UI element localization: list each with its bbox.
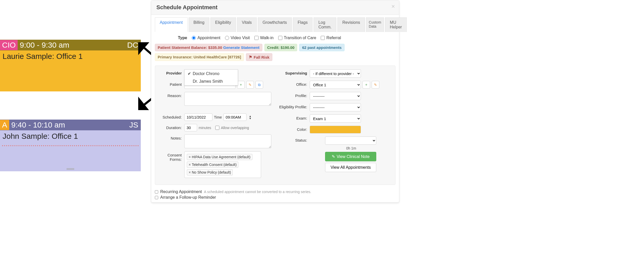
status-elapsed: 0h 1m [345,146,356,150]
appointment-header: CIO 9:00 - 9:30 am DC [0,40,141,50]
tab-custom-data[interactable]: Custom Data [366,17,384,32]
scheduled-label: Scheduled: [159,113,182,119]
provider-label: Provider [159,69,182,75]
appointment-type-row: Type Appointment Video Visit Walk-in Tra… [155,32,395,44]
tab-billing[interactable]: Billing [189,17,209,32]
status-label: Status: [279,136,307,142]
appointment-block-2[interactable]: A 9:40 - 10:10 am JS John Sample: Office… [0,120,141,171]
exam-label: Exam: [279,114,307,120]
scheduled-time-input[interactable] [223,113,246,121]
patient-info-badges: Patient Statement Balance: $335.00 Gener… [151,44,399,64]
generate-statement-link[interactable]: Generate Statement [223,45,260,50]
modal-title: Schedule Appointment [156,4,394,11]
reason-label: Reason: [159,92,182,98]
calendar-sidebar: CIO 9:00 - 9:30 am DC Laurie Sample: Off… [0,40,141,173]
appointment-body: Laurie Sample: Office 1 [0,50,141,91]
provider-option-smith[interactable]: Dr. James Smith [185,78,238,85]
tab-flags[interactable]: Flags [293,17,313,32]
followup-check[interactable] [155,196,158,199]
external-link-icon: ⧉ [258,83,261,87]
tab-log-comm[interactable]: Log Comm. [314,17,337,32]
duration-input[interactable] [184,124,197,131]
add-patient-button[interactable]: ＋ [237,81,245,89]
tab-bar: Appointment Billing Eligibility Vitals G… [151,15,399,32]
provider-dropdown: ✔Doctor Chrono Dr. James Smith [184,69,238,86]
edit-patient-button[interactable]: ✎ [246,81,254,89]
allow-overlapping-check[interactable]: Allow overlapping [215,126,249,130]
office-label: Office: [279,81,307,87]
chevron-down-icon: ▼ [249,117,252,120]
appointment-time: 9:40 - 10:10 am [9,121,129,129]
edit-office-button[interactable]: ✎ [372,81,379,89]
plus-icon: ＋ [239,82,243,87]
check-icon: ✔ [188,71,191,76]
edit-icon: ✎ [332,154,335,159]
appointment-header: A 9:40 - 10:10 am JS [0,120,141,130]
provider-option-chrono[interactable]: ✔Doctor Chrono [185,70,238,78]
tab-appointment[interactable]: Appointment [155,17,188,32]
type-appointment-radio[interactable]: Appointment [192,36,220,40]
schedule-appointment-modal: Schedule Appointment × Appointment Billi… [151,0,399,203]
notes-label: Notes: [159,134,182,140]
patient-label: Patient [159,81,182,87]
type-walkin-check[interactable]: Walk-in [254,36,274,40]
office-select[interactable]: Office 1 [310,81,361,89]
view-clinical-note-button[interactable]: ✎View Clinical Note [325,152,376,161]
tab-eligibility[interactable]: Eligibility [210,17,236,32]
past-appointments-badge[interactable]: 62 past appointments [299,44,344,51]
consent-forms-box[interactable]: ×HIPAA Data Use Agreement (default) ×Tel… [184,151,261,178]
duration-label: Duration: [159,124,182,130]
remove-icon[interactable]: × [189,163,191,167]
type-label: Type [178,36,187,40]
exam-select[interactable]: Exam 1 [310,114,361,123]
notes-textarea[interactable] [184,134,271,148]
flag-icon: ⚑ [249,55,252,59]
pencil-icon: ✎ [374,83,377,87]
appointment-time: 9:00 - 9:30 am [18,41,127,49]
time-spinner[interactable]: ▲▼ [249,115,252,120]
statement-balance-badge: Patient Statement Balance: $335.00 Gener… [155,44,262,51]
status-select[interactable] [325,136,376,145]
time-label: Time [214,115,222,119]
color-picker[interactable] [310,126,361,133]
open-patient-button[interactable]: ⧉ [255,81,263,89]
status-badge: CIO [0,40,18,50]
type-referral-check[interactable]: Referral [321,36,341,40]
remove-icon[interactable]: × [189,155,191,159]
pencil-icon: ✎ [249,83,252,87]
tab-mu-helper[interactable]: MU Helper [385,17,407,32]
tab-vitals[interactable]: Vitals [237,17,257,32]
consent-tag: ×No Show Policy (default) [187,169,233,175]
fall-risk-flag: ⚑Fall Risk [246,53,272,61]
color-label: Color: [279,126,307,132]
view-all-appointments-button[interactable]: View All Appointments [325,163,376,172]
appointment-block-1[interactable]: CIO 9:00 - 9:30 am DC Laurie Sample: Off… [0,40,141,91]
add-office-button[interactable]: ＋ [362,81,370,89]
tab-growthcharts[interactable]: Growthcharts [258,17,292,32]
remove-icon[interactable]: × [189,170,191,174]
consent-tag: ×HIPAA Data Use Agreement (default) [187,154,252,160]
recurring-check[interactable] [155,190,158,194]
eligibility-profile-select[interactable]: --------- [310,103,361,111]
provider-initials: JS [129,121,141,129]
appointment-body: John Sample: Office 1 [0,130,141,171]
scheduled-date-input[interactable] [184,113,212,121]
consent-tag: ×Telehealth Consent (default) [187,162,238,168]
appointment-form: Provider ✔Doctor Chrono Dr. James Smith … [155,66,395,185]
profile-select[interactable]: --------- [310,92,361,100]
eligibility-profile-label: Eligibility Profile: [279,103,307,109]
resize-handle[interactable] [67,168,74,170]
credit-badge: Credit: $190.00 [264,44,297,51]
close-icon[interactable]: × [391,3,395,10]
profile-label: Profile: [279,92,307,98]
primary-insurance-badge: Primary Insurance: United HealthCare [87… [155,53,244,61]
minutes-label: minutes [199,126,211,130]
supervising-label: Supervising [279,69,307,75]
reason-textarea[interactable] [184,92,271,106]
provider-initials: DC [127,41,141,49]
type-video-radio[interactable]: Video Visit [225,36,250,40]
supervising-select[interactable]: - If different to provider - [310,69,361,78]
type-toc-check[interactable]: Transition of Care [278,36,316,40]
tab-revisions[interactable]: Revisions [337,17,365,32]
plus-icon: ＋ [364,82,368,87]
